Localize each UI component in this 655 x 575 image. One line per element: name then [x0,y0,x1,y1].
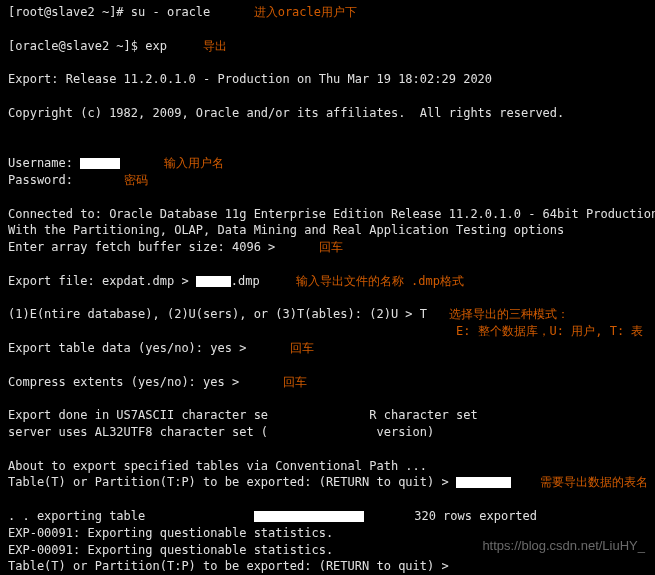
annot-enter1: 回车 [283,240,343,254]
redacted-tablename [456,477,511,488]
redacted-export-table [254,511,364,522]
blank [8,189,647,206]
line-compress: Compress extents (yes/no): yes > 回车 [8,374,647,391]
blank [8,122,647,139]
annot-enter3: 回车 [246,375,306,389]
line-charset1: Export done in US7ASCII character se R c… [8,407,647,424]
oracle-prompt: [oracle@slave2 ~]$ [8,39,145,53]
table-prompt: Table(T) or Partition(T:P) to be exporte… [8,475,456,489]
annot-tablename: 需要导出数据的表名 [511,475,648,489]
annot-mode: 选择导出的三种模式： [427,307,569,321]
cmd-su: su - oracle [131,5,210,19]
blank [8,441,647,458]
annot-enter-oracle: 进入oracle用户下 [210,5,357,19]
cmd-exp: exp [145,39,167,53]
root-prompt: [root@slave2 ~]# [8,5,131,19]
line-tableprompt: Table(T) or Partition(T:P) to be exporte… [8,474,647,491]
line-su: [root@slave2 ~]# su - oracle 进入oracle用户下 [8,4,647,21]
blank [8,491,647,508]
redacted-filename [196,276,231,287]
annot-export: 导出 [167,39,227,53]
line-blank2 [8,21,647,38]
annot-password: 密码 [73,173,148,187]
redacted-username [80,158,120,169]
line-password: Password: 密码 [8,172,647,189]
redacted-bar [8,23,238,35]
line-exporting: . . exporting table 320 rows exported [8,508,647,525]
annot-enter2: 回车 [254,341,314,355]
exportfile-prompt: Export file: expdat.dmp > [8,274,196,288]
line-username: Username: 输入用户名 [8,155,647,172]
tabledata-prompt: Export table data (yes/no): yes > [8,341,254,355]
compress-prompt: Compress extents (yes/no): yes > [8,375,246,389]
blank [8,290,647,307]
blank [8,390,647,407]
line-about: About to export specified tables via Con… [8,458,647,475]
line-release: Export: Release 11.2.0.1.0 - Production … [8,71,647,88]
line-exportfile: Export file: expdat.dmp > .dmp 输入导出文件的名称… [8,273,647,290]
annot-mode-detail: E: 整个数据库，U: 用户, T: 表 [8,324,643,338]
password-label: Password: [8,173,73,187]
line-mode2: E: 整个数据库，U: 用户, T: 表 [8,323,647,340]
username-label: Username: [8,156,80,170]
line-tableprompt2: Table(T) or Partition(T:P) to be exporte… [8,558,647,575]
blank [8,88,647,105]
blank [8,256,647,273]
line-tabledata: Export table data (yes/no): yes > 回车 [8,340,647,357]
line-connected: Connected to: Oracle Database 11g Enterp… [8,206,647,223]
blank [8,357,647,374]
line-mode: (1)E(ntire database), (2)U(sers), or (3)… [8,306,647,323]
annot-filename: 输入导出文件的名称 .dmp格式 [260,274,464,288]
annot-username: 输入用户名 [120,156,223,170]
mode-prompt: (1)E(ntire database), (2)U(sers), or (3)… [8,307,427,321]
line-exp: [oracle@slave2 ~]$ exp 导出 [8,38,647,55]
line-buffersize: Enter array fetch buffer size: 4096 > 回车 [8,239,647,256]
line-charset2: server uses AL32UTF8 character set ( ver… [8,424,647,441]
line-options: With the Partitioning, OLAP, Data Mining… [8,222,647,239]
line-copyright: Copyright (c) 1982, 2009, Oracle and/or … [8,105,647,122]
buffer-prompt: Enter array fetch buffer size: 4096 > [8,240,283,254]
dmp-ext: .dmp [231,274,260,288]
blank [8,54,647,71]
blank [8,138,647,155]
watermark: https://blog.csdn.net/LiuHY_ [482,537,645,555]
